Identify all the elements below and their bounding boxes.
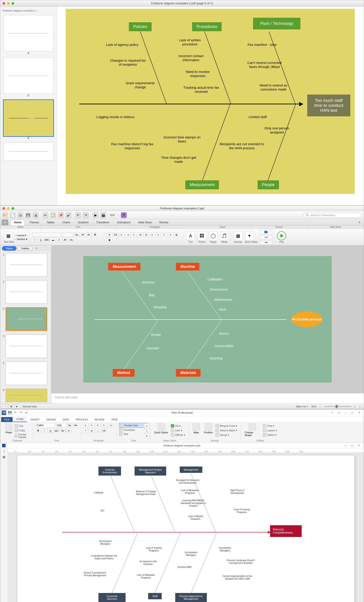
text-box-button[interactable]: A (186, 231, 195, 240)
shapes-icon[interactable]: ⟩ (3, 450, 4, 453)
select-button[interactable]: Select ▾ (263, 433, 277, 437)
zoom-out-icon[interactable]: − (320, 405, 321, 408)
align-middle-button[interactable]: ⊟ (89, 428, 94, 433)
align-center-button[interactable]: ≡ (89, 423, 94, 428)
titlebar[interactable]: V∃ 💾 ↶ ↷ ▾ Visio Professional ? ▢ — ▢ ✕ (0, 409, 364, 416)
font-color-button[interactable]: A (66, 428, 71, 433)
group-button[interactable]: Group ▾ (215, 433, 237, 437)
format-painter-button[interactable]: Format Painter (15, 433, 31, 439)
align-left-button[interactable]: ≡ (150, 232, 155, 237)
drawing-canvas[interactable]: External Environment Management Project … (8, 453, 364, 602)
picture-button[interactable]: 🖼 (197, 231, 206, 240)
char-spacing-button[interactable]: AV (63, 237, 68, 242)
template-icon[interactable]: 🗂 (17, 212, 23, 218)
cut-icon[interactable]: ✂ (43, 212, 48, 218)
new-slide-button[interactable]: ▦ (4, 231, 13, 240)
freeform-tool-icon[interactable]: ✎ (144, 434, 150, 438)
layers-button[interactable]: Layers ▾ (263, 428, 277, 432)
save-icon[interactable]: 💾 (25, 212, 31, 218)
tab-review[interactable]: Review (156, 219, 171, 225)
page-thumbnail-selected[interactable] (4, 100, 53, 136)
shape-outline-button[interactable]: ▭▾ (260, 235, 272, 240)
quick-styles-button[interactable]: ✦ (245, 231, 254, 240)
open-icon[interactable]: 📂 (2, 212, 8, 218)
find-button[interactable]: Find ▾ (263, 424, 277, 428)
underline-button[interactable]: U (48, 428, 53, 433)
quick-styles-button[interactable] (158, 423, 165, 431)
align-text-button[interactable]: ⊟ (143, 232, 149, 237)
slideshow-view-icon[interactable]: ▶ (14, 404, 20, 408)
tab-home[interactable]: HOME (13, 417, 27, 422)
justify-button[interactable]: ≡ (101, 423, 107, 428)
change-case-button[interactable]: Aa (60, 428, 65, 433)
zoom-in-icon[interactable]: + (354, 405, 356, 408)
layout-dropdown[interactable]: ▫ Layout ▾ (15, 234, 27, 237)
tab-charts[interactable]: Charts (59, 219, 73, 225)
stencil-icon[interactable]: ▦ (2, 455, 5, 459)
arrange-button[interactable]: ▦ (234, 231, 243, 240)
fit-view-icon[interactable]: ⛶ (359, 405, 362, 408)
line-spacing-button[interactable]: ≡ (131, 232, 137, 237)
tab-data[interactable]: DATA (60, 417, 72, 422)
undo-icon[interactable]: ↶ (75, 212, 81, 218)
settings-icon[interactable]: ⚙ (358, 221, 361, 224)
align-left-button[interactable]: ≡ (83, 423, 88, 428)
rotate-text-button[interactable]: ↻A (101, 428, 107, 433)
columns-button[interactable]: ▥ (174, 232, 179, 237)
slide-thumbnail[interactable] (6, 362, 47, 385)
align-button[interactable] (193, 423, 200, 431)
titlebar[interactable]: Fishbone diagram examples-2.pdf (page 6 … (0, 0, 364, 7)
decrease-indent-button[interactable]: ⇤ (119, 232, 124, 237)
clear-format-button[interactable]: Aν (86, 232, 92, 237)
tab-insert[interactable]: INSERT (27, 417, 43, 422)
align-right-button[interactable]: ≡ (95, 423, 100, 428)
page-thumbnail[interactable] (4, 15, 53, 51)
shape-effects-button[interactable]: ✦▾ (260, 240, 272, 245)
underline-button[interactable]: U (38, 237, 43, 242)
tab-view[interactable]: VIEW (108, 417, 121, 422)
change-case-button[interactable]: Aa (69, 237, 74, 242)
paste-button[interactable] (5, 423, 12, 431)
numbering-button[interactable]: 1☰ (113, 232, 118, 237)
position-button[interactable] (205, 423, 212, 431)
font-family-dropdown[interactable] (32, 232, 61, 237)
tab-file[interactable]: FILE (1, 417, 13, 422)
increase-font-button[interactable]: A▴ (67, 423, 72, 428)
sorter-view-icon[interactable]: ▦ (8, 404, 14, 408)
tab-outline[interactable]: Outline (17, 246, 33, 251)
bullets-button[interactable]: ☰ (107, 232, 112, 237)
smartart-button[interactable]: ▣ (107, 237, 112, 242)
font-family-dropdown[interactable]: Calibri (35, 423, 55, 428)
shape-fill-button[interactable]: 🟦▾ (260, 230, 272, 234)
cut-button[interactable]: Cut (15, 424, 31, 428)
collapse-ribbon-icon[interactable]: ˆ (356, 221, 356, 224)
increase-indent-button[interactable]: ⇥ (125, 232, 130, 237)
section-dropdown[interactable]: ▫ Section ▾ (15, 238, 27, 241)
slide-thumbnail[interactable] (6, 389, 47, 402)
pointer-tool-button[interactable]: Pointer Tool (119, 423, 148, 428)
copy-icon[interactable]: 📋 (50, 212, 56, 218)
tab-smartart[interactable]: SmartArt (75, 219, 92, 225)
font-size-dropdown[interactable]: 12pt. (55, 423, 66, 428)
paste-icon[interactable]: 📌 (58, 212, 64, 218)
slide-thumbnail[interactable] (6, 253, 47, 277)
tab-slides[interactable]: Slides (2, 246, 16, 251)
zoom-slider[interactable] (324, 406, 351, 407)
play-button[interactable] (277, 231, 286, 240)
tab-themes[interactable]: Themes (26, 219, 42, 225)
line-dropdown[interactable]: Line ▾ (171, 428, 185, 432)
bold-button[interactable]: B (35, 428, 41, 433)
page-thumbnail[interactable] (4, 58, 53, 94)
page-thumbnail[interactable] (4, 142, 53, 161)
send-back-button[interactable]: Send to Back ▾ (215, 428, 237, 432)
tab-slideshow[interactable]: Slide Show (135, 219, 155, 225)
align-top-button[interactable]: ⊤ (83, 428, 88, 433)
italic-button[interactable]: I (32, 237, 37, 242)
decrease-font-button[interactable]: A▾ (73, 423, 78, 428)
tab-app[interactable]: A (1, 219, 8, 225)
help-icon[interactable]: ? (121, 212, 127, 218)
print-icon[interactable]: 🖨 (33, 212, 39, 218)
effects-dropdown[interactable]: Effects ▾ (171, 433, 185, 437)
slide-canvas[interactable]: Measurement Machine Method Materials Pro… (51, 246, 364, 393)
slide-thumbnail[interactable] (6, 334, 47, 358)
